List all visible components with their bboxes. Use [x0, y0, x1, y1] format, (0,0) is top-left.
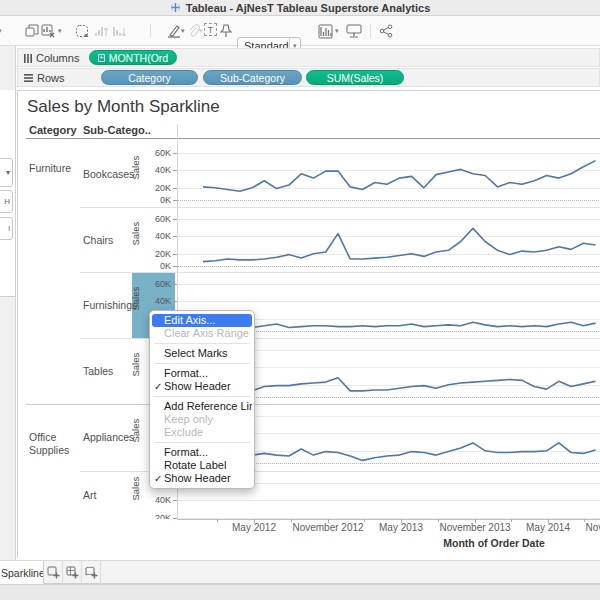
- sparkline-bookcases[interactable]: [177, 141, 600, 207]
- menu-item-edit-axis-[interactable]: Edit Axis...: [152, 314, 252, 327]
- new-dashboard-icon[interactable]: [63, 561, 82, 584]
- field-pill-category[interactable]: Category: [101, 70, 198, 85]
- columns-shelf-text: Columns: [36, 52, 79, 64]
- row-header-subcategory[interactable]: Bookcases: [83, 168, 134, 180]
- sheet-tab-bar: Sparkline: [0, 560, 600, 584]
- group-members-icon[interactable]: [75, 23, 90, 39]
- menu-item-clear-axis-range: Clear Axis Range: [152, 327, 252, 340]
- row-header-subcategory[interactable]: Chairs: [83, 234, 113, 246]
- y-axis-label-sales[interactable]: Sales: [130, 491, 141, 501]
- row-header-category[interactable]: Furniture: [29, 162, 81, 175]
- clear-sheet-caret-icon[interactable]: ▾: [58, 23, 62, 39]
- y-axis-label-sales[interactable]: Sales: [130, 235, 141, 245]
- columns-shelf-label: Columns: [24, 52, 79, 64]
- menu-item-add-reference-line[interactable]: Add Reference Line: [152, 400, 252, 413]
- undo-partial-icon[interactable]: ▾: [0, 23, 2, 39]
- new-worksheet-icon[interactable]: [44, 561, 63, 584]
- toolbar-separator: [150, 24, 151, 38]
- pill-label: MONTH(Order Dat..: [109, 52, 168, 64]
- menu-item-label: Exclude: [164, 426, 203, 438]
- x-tick-label[interactable]: November 2014: [585, 522, 600, 533]
- field-pill-sub-category[interactable]: Sub-Category: [203, 70, 302, 85]
- menu-item-select-marks[interactable]: Select Marks: [152, 347, 252, 360]
- sheet-tab-label: Sparkline: [1, 567, 44, 579]
- cutoff-card-button[interactable]: l: [0, 217, 13, 240]
- menu-item-rotate-label[interactable]: Rotate Label: [152, 459, 252, 472]
- y-axis-label-sales[interactable]: Sales: [130, 367, 141, 377]
- window-title-bar: Tableau - AjNesT Tableau Superstore Anal…: [0, 0, 600, 16]
- x-tick-label[interactable]: May 2014: [526, 522, 570, 533]
- y-tick-label[interactable]: 40K: [145, 231, 171, 241]
- x-axis-title[interactable]: Month of Order Date: [443, 537, 545, 549]
- show-me-icon[interactable]: [318, 23, 333, 39]
- sheet-title: Sales by Month Sparkline: [27, 97, 220, 117]
- cutoff-marks-card: ▾ H l: [0, 90, 16, 297]
- cut-label: H: [4, 197, 10, 206]
- menu-separator: [154, 396, 250, 397]
- field-pill-sum-sales-[interactable]: SUM(Sales): [306, 70, 404, 85]
- check-icon: ✓: [154, 380, 162, 393]
- row-header-subcategory[interactable]: Art: [83, 489, 96, 501]
- cutoff-card-button[interactable]: H: [0, 190, 13, 213]
- y-tick-label[interactable]: 60K: [145, 148, 171, 158]
- share-icon[interactable]: [379, 23, 393, 39]
- y-tick-label[interactable]: 0K: [145, 261, 171, 271]
- new-dashboard-icon[interactable]: [25, 23, 39, 39]
- menu-item-show-header[interactable]: ✓Show Header: [152, 380, 252, 393]
- caret-glyph: ▾: [6, 168, 10, 177]
- row-header-subcategory[interactable]: Tables: [83, 365, 113, 377]
- highlight-pen-icon[interactable]: [167, 23, 181, 39]
- show-me-caret-icon[interactable]: ▾: [335, 23, 339, 39]
- row-header-subcategory[interactable]: Appliances: [83, 431, 134, 443]
- axis-context-menu: Edit Axis...Clear Axis RangeSelect Marks…: [149, 310, 255, 489]
- menu-item-format-[interactable]: Format...: [152, 446, 252, 459]
- y-tick-label[interactable]: 60K: [145, 214, 171, 224]
- x-tick-mark: [401, 519, 402, 523]
- sheet-tab-sparkline[interactable]: Sparkline: [0, 561, 44, 584]
- expand-hierarchy-icon[interactable]: +: [98, 54, 105, 62]
- y-tick-label[interactable]: 60K: [145, 279, 171, 289]
- columns-shelf[interactable]: Columns +MONTH(Order Dat..: [17, 48, 600, 67]
- x-tick-mark: [548, 519, 549, 523]
- y-axis-label-sales[interactable]: Sales: [130, 301, 141, 311]
- column-header-category[interactable]: Category: [29, 124, 77, 136]
- menu-item-label: Rotate Label: [164, 459, 226, 471]
- pill-label: Category: [128, 72, 171, 84]
- attach-caret-icon[interactable]: ▾: [199, 23, 203, 39]
- sparkline-chairs[interactable]: [177, 207, 600, 272]
- subcategory-divider-line: [80, 207, 600, 208]
- highlight-caret-icon[interactable]: ▾: [181, 23, 185, 39]
- new-story-icon[interactable]: [82, 561, 101, 584]
- y-tick-label[interactable]: 20K: [145, 183, 171, 193]
- menu-separator: [154, 363, 250, 364]
- x-tick-label[interactable]: November 2012: [292, 522, 363, 533]
- column-header-subcategory[interactable]: Sub-Catego..: [83, 124, 151, 136]
- menu-item-label: Edit Axis...: [164, 314, 215, 326]
- y-tick-label[interactable]: 40K: [145, 495, 171, 505]
- field-pill-month-order-dat-[interactable]: +MONTH(Order Dat..: [89, 50, 177, 65]
- y-tick-label[interactable]: 20K: [145, 513, 171, 520]
- x-tick-label[interactable]: May 2013: [379, 522, 423, 533]
- menu-item-label: Show Header: [164, 472, 231, 484]
- y-axis-label-sales[interactable]: Sales: [130, 170, 141, 180]
- y-tick-label[interactable]: 40K: [145, 165, 171, 175]
- row-header-category[interactable]: Office Supplies: [29, 431, 81, 457]
- menu-item-format-[interactable]: Format...: [152, 367, 252, 380]
- fix-axes-pin-icon[interactable]: [220, 23, 232, 39]
- cutoff-card-button[interactable]: ▾: [0, 158, 13, 187]
- sparkline-row-appliances: AppliancesSales60K40K20K0K: [18, 404, 600, 471]
- x-tick-label[interactable]: November 2013: [439, 522, 510, 533]
- presentation-mode-icon[interactable]: [346, 23, 362, 39]
- y-axis-label-sales[interactable]: Sales: [130, 433, 141, 443]
- mark-labels-icon[interactable]: T: [204, 23, 217, 36]
- y-tick-label[interactable]: 20K: [145, 249, 171, 259]
- x-tick-label[interactable]: May 2012: [232, 522, 276, 533]
- y-tick-label[interactable]: 0K: [145, 195, 171, 205]
- menu-separator: [154, 442, 250, 443]
- clear-sheet-icon[interactable]: [41, 23, 55, 39]
- sort-descending-icon[interactable]: [112, 23, 126, 39]
- y-tick-label[interactable]: 40K: [145, 296, 171, 306]
- rows-shelf[interactable]: Rows CategorySub-CategorySUM(Sales): [17, 68, 600, 87]
- sort-ascending-icon[interactable]: [94, 23, 108, 39]
- menu-item-show-header[interactable]: ✓Show Header: [152, 472, 252, 485]
